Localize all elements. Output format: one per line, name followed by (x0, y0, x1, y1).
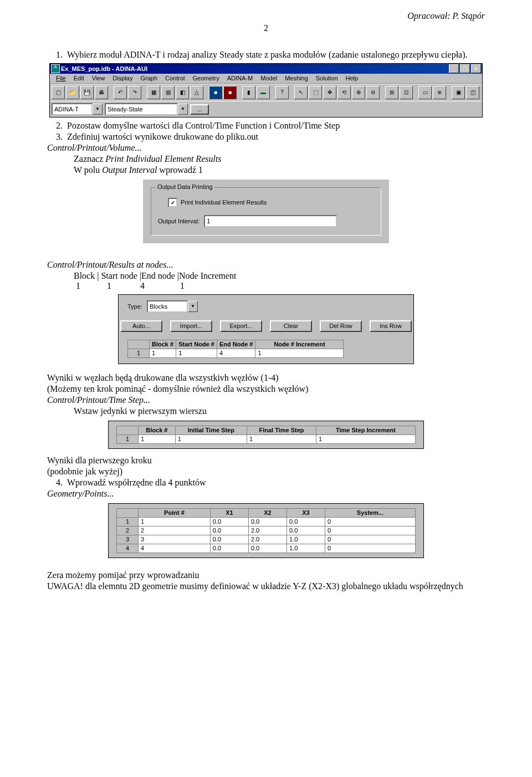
module-value[interactable] (52, 103, 93, 115)
tool-icon[interactable]: ▦ (147, 86, 160, 99)
chevron-down-icon[interactable]: ▼ (188, 301, 198, 312)
tool-icon[interactable]: ■ (223, 86, 237, 99)
clear-button[interactable]: Clear (270, 320, 312, 332)
tool-icon[interactable]: ⬚ (309, 86, 322, 99)
col-x1: X1 (210, 509, 248, 518)
del-row-button[interactable]: Del Row (320, 320, 362, 332)
paragraph: Zera możemy pomijać przy wprowadzaniu (47, 570, 485, 580)
auto-button[interactable]: Auto... (120, 320, 162, 332)
menu-adinam[interactable]: ADINA-M (223, 74, 257, 83)
table-row[interactable]: 3 3 0.0 2.0 1.0 0 (117, 535, 416, 544)
adina-main-window: A Ex_MES_pop.idb - ADINA-AUI _ ❐ ✕ File … (49, 63, 483, 117)
new-icon[interactable]: ▢ (52, 86, 65, 99)
type-value[interactable] (147, 300, 188, 313)
table-header-row: Block # Initial Time Step Final Time Ste… (117, 426, 416, 435)
tool-icon[interactable]: ⟲ (337, 86, 351, 99)
table-row[interactable]: 4 4 0.0 0.0 1.0 0 (117, 544, 416, 553)
col-x3: X3 (287, 509, 325, 518)
module-combo[interactable]: ▼ (52, 103, 103, 115)
undo-icon[interactable]: ↶ (114, 86, 127, 99)
import-button[interactable]: Import... (170, 320, 212, 332)
points-grid[interactable]: Point # X1 X2 X3 System... 1 1 0.0 0.0 0… (116, 508, 416, 553)
table-text-header: Block | Start node |End node |Node Incre… (74, 271, 485, 281)
output-interval-input[interactable] (204, 215, 337, 227)
tool-icon[interactable]: ⊞ (385, 86, 398, 99)
menubar[interactable]: File Edit View Display Graph Control Geo… (50, 74, 482, 84)
tool-icon[interactable]: ◧ (176, 86, 189, 99)
app-icon: A (51, 64, 60, 73)
col-initial: Initial Time Step (175, 426, 247, 435)
tool-icon[interactable]: △ (190, 86, 203, 99)
menu-solution[interactable]: Solution (312, 74, 342, 83)
table-row[interactable]: 2 2 0.0 2.0 0.0 0 (117, 526, 416, 535)
tool-icon[interactable]: ▣ (452, 86, 465, 99)
col-nodeincrement: Node # Increment (255, 340, 344, 349)
cursor-icon[interactable]: ↖ (294, 86, 308, 99)
toolbar-main: ▢ 📂 💾 🖶 ↶ ↷ ▦ ▤ ◧ △ ■ ■ ▮ ▬ ? ↖ ⬚ ✥ ⟲ ⊕ (50, 84, 482, 101)
chevron-down-icon[interactable]: ▼ (93, 104, 103, 115)
ins-row-button[interactable]: Ins Row (370, 320, 412, 332)
tool-icon[interactable]: ▤ (161, 86, 175, 99)
col-endnode: End Node # (217, 340, 255, 349)
options-button[interactable]: ... (190, 104, 209, 115)
table-text-values: 1 1 4 1 (74, 281, 485, 291)
page-number: 2 (47, 23, 485, 33)
tool-icon[interactable]: ※ (433, 86, 446, 99)
col-x2: X2 (248, 509, 287, 518)
timestep-grid[interactable]: Block # Initial Time Step Final Time Ste… (116, 426, 416, 444)
tool-icon[interactable]: ⊖ (366, 86, 380, 99)
menu-model[interactable]: Model (257, 74, 281, 83)
menu-file[interactable]: File (52, 74, 70, 83)
table-row[interactable]: 1 1 1 1 1 (117, 435, 416, 444)
paragraph: (Możemy ten krok pominąć - domyślnie rów… (47, 384, 485, 394)
table-header-row: Block # Start Node # End Node # Node # I… (128, 340, 344, 349)
tool-icon[interactable]: ▬ (257, 86, 270, 99)
type-label: Type: (127, 304, 142, 310)
print-individual-checkbox[interactable]: ✓ (168, 198, 177, 207)
menu-path: Control/Printout/Volume... (47, 143, 485, 153)
analysis-value[interactable] (105, 103, 178, 115)
menu-meshing[interactable]: Meshing (281, 74, 312, 83)
table-row[interactable]: 1 1 0.0 0.0 0.0 0 (117, 518, 416, 526)
help-icon[interactable]: ? (275, 86, 289, 99)
step-1: Wybierz moduł ADINA-T i rodzaj analizy S… (65, 50, 485, 60)
step-3-sub2: W polu Output Interval wprowadź 1 (74, 165, 203, 175)
blocks-grid[interactable]: Block # Start Node # End Node # Node # I… (127, 340, 344, 358)
close-button[interactable]: ✕ (471, 64, 481, 73)
col-startnode: Start Node # (176, 340, 217, 349)
menu-edit[interactable]: Edit (70, 74, 88, 83)
step-3: Zdefiniuj wartości wynikowe drukowane do… (65, 132, 485, 142)
menu-view[interactable]: View (88, 74, 109, 83)
analysis-combo[interactable]: ▼ (105, 103, 188, 115)
maximize-button[interactable]: ❐ (460, 64, 470, 73)
menu-graph[interactable]: Graph (136, 74, 161, 83)
menu-control[interactable]: Control (161, 74, 188, 83)
tool-icon[interactable]: ⊡ (400, 86, 413, 99)
minimize-button[interactable]: _ (449, 64, 459, 73)
menu-path-results: Control/Printout/Results at nodes... (47, 260, 485, 270)
tool-icon[interactable]: ■ (209, 86, 222, 99)
tool-icon[interactable]: ◫ (466, 86, 479, 99)
table-row[interactable]: 1 1 1 4 1 (128, 349, 344, 358)
print-icon[interactable]: 🖶 (95, 86, 108, 99)
save-icon[interactable]: 💾 (80, 86, 94, 99)
menu-help[interactable]: Help (342, 74, 362, 83)
menu-geometry[interactable]: Geometry (188, 74, 223, 83)
step-3-sub: Zaznacz Print Individual Element Results (74, 154, 222, 163)
open-icon[interactable]: 📂 (66, 86, 79, 99)
print-individual-checkbox-row: ✓ Print Individual Element Results (168, 198, 374, 207)
menu-display[interactable]: Display (109, 74, 136, 83)
step-4: Wprowadź współrzędne dla 4 punktów (65, 478, 485, 488)
redo-icon[interactable]: ↷ (128, 86, 141, 99)
col-block: Block # (139, 426, 176, 435)
type-combo[interactable]: ▼ (147, 300, 198, 313)
tool-icon[interactable]: ⊕ (352, 86, 365, 99)
col-final: Final Time Step (247, 426, 316, 435)
chevron-down-icon[interactable]: ▼ (178, 104, 188, 115)
tool-icon[interactable]: ▮ (242, 86, 255, 99)
points-panel: Point # X1 X2 X3 System... 1 1 0.0 0.0 0… (108, 503, 424, 558)
tool-icon[interactable]: ▭ (418, 86, 432, 99)
titlebar: A Ex_MES_pop.idb - ADINA-AUI _ ❐ ✕ (50, 64, 482, 74)
tool-icon[interactable]: ✥ (323, 86, 336, 99)
export-button[interactable]: Export... (220, 320, 262, 332)
